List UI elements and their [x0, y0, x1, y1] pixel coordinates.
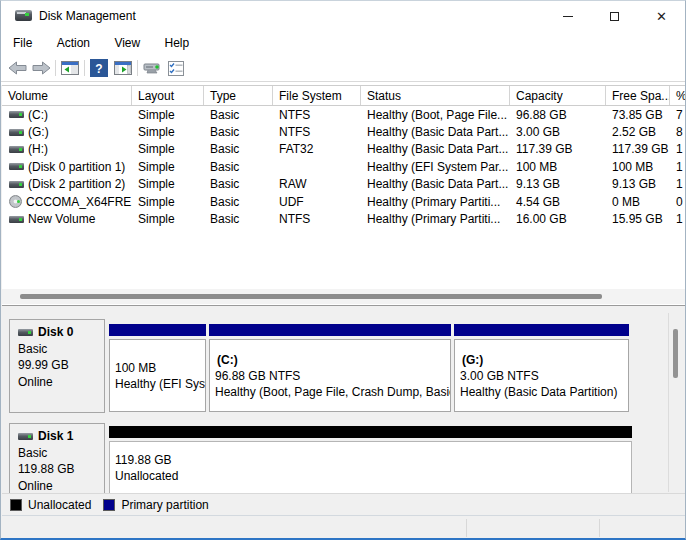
toolbar-separator — [84, 60, 85, 76]
partition-size: 96.88 GB NTFS — [215, 368, 450, 384]
capacity-cell: 9.13 GB — [510, 177, 606, 191]
partition-color-bar — [109, 324, 206, 336]
percent-free-cell: 7 — [670, 108, 686, 122]
volume-name: (Disk 0 partition 1) — [28, 160, 125, 174]
table-row[interactable]: (H:) Simple Basic FAT32 Healthy (Basic D… — [2, 141, 686, 158]
disk-status: Online — [18, 478, 104, 495]
help-icon: ? — [90, 59, 108, 77]
statusbar-divider — [466, 519, 467, 537]
view-options-button[interactable] — [165, 58, 187, 78]
device-properties-button[interactable] — [141, 58, 163, 78]
action-pane-icon — [114, 61, 132, 75]
layout-cell: Simple — [132, 108, 204, 122]
column-header-status[interactable]: Status — [361, 86, 510, 105]
volume-name: (G:) — [28, 125, 49, 139]
status-cell: Healthy (Boot, Page File... — [361, 108, 510, 122]
disk-management-app-icon — [15, 10, 32, 21]
disk-type: Basic — [18, 445, 104, 462]
disk-name: Disk 0 — [38, 324, 73, 341]
free-space-cell: 2.52 GB — [606, 125, 670, 139]
disk-size: 99.99 GB — [18, 357, 104, 374]
show-action-pane-button[interactable] — [112, 58, 134, 78]
column-header-volume[interactable]: Volume — [2, 86, 132, 105]
drive-icon — [9, 216, 24, 223]
partition-status: Healthy (Boot, Page File, Crash Dump, Ba… — [215, 384, 450, 400]
unallocated-status: Unallocated — [115, 468, 631, 484]
column-header-free-space[interactable]: Free Spa... — [606, 86, 670, 105]
capacity-cell: 96.88 GB — [510, 108, 606, 122]
status-cell: Healthy (Basic Data Part... — [361, 125, 510, 139]
layout-cell: Simple — [132, 125, 204, 139]
horizontal-scrollbar-thumb[interactable] — [20, 294, 602, 299]
menu-help[interactable]: Help — [156, 33, 199, 54]
column-header-file-system[interactable]: File System — [273, 86, 361, 105]
status-cell: Healthy (Primary Partiti... — [361, 212, 510, 226]
disk-type: Basic — [18, 341, 104, 358]
volume-name: (Disk 2 partition 2) — [28, 177, 125, 191]
graphical-view: Disk 0 Basic 99.99 GB Online 100 MB Heal… — [2, 313, 686, 493]
file-system-cell: NTFS — [273, 125, 361, 139]
maximize-button[interactable] — [591, 1, 638, 31]
column-header-layout[interactable]: Layout — [132, 86, 204, 105]
capacity-cell: 4.54 GB — [510, 195, 606, 209]
partition-c[interactable]: (C:) 96.88 GB NTFS Healthy (Boot, Page F… — [209, 324, 451, 412]
capacity-cell: 117.39 GB — [510, 142, 606, 156]
file-system-cell: UDF — [273, 195, 361, 209]
minimize-button[interactable] — [544, 1, 591, 31]
close-button[interactable]: ✕ — [638, 1, 685, 31]
volume-name: (H:) — [28, 142, 48, 156]
column-header-percent-free[interactable]: % — [670, 86, 686, 105]
column-header-capacity[interactable]: Capacity — [510, 86, 606, 105]
unallocated-region[interactable]: 119.88 GB Unallocated — [109, 426, 632, 493]
disk-management-window: Disk Management ✕ File Action View Help — [0, 0, 686, 540]
console-tree-icon — [61, 61, 79, 75]
horizontal-scrollbar[interactable] — [2, 289, 686, 304]
type-cell: Basic — [204, 160, 273, 174]
toolbar: ? — [1, 55, 685, 82]
partition-color-bar — [454, 324, 629, 336]
table-row[interactable]: New Volume Simple Basic NTFS Healthy (Pr… — [2, 210, 686, 227]
menu-view[interactable]: View — [105, 33, 149, 54]
type-cell: Basic — [204, 177, 273, 191]
menu-file[interactable]: File — [4, 33, 41, 54]
status-bar — [2, 515, 686, 539]
menu-action[interactable]: Action — [48, 33, 99, 54]
legend-bar: Unallocated Primary partition — [2, 493, 686, 515]
layout-cell: Simple — [132, 195, 204, 209]
device-icon — [143, 61, 162, 75]
layout-cell: Simple — [132, 160, 204, 174]
forward-arrow-icon — [32, 61, 51, 75]
layout-cell: Simple — [132, 142, 204, 156]
layout-cell: Simple — [132, 212, 204, 226]
menu-bar: File Action View Help — [1, 33, 685, 55]
statusbar-divider — [599, 519, 600, 537]
status-cell: Healthy (Basic Data Part... — [361, 177, 510, 191]
volume-list-header: Volume Layout Type File System Status Ca… — [2, 86, 686, 106]
partition-g[interactable]: (G:) 3.00 GB NTFS Healthy (Basic Data Pa… — [454, 324, 629, 412]
disk0-label-panel[interactable]: Disk 0 Basic 99.99 GB Online — [9, 319, 105, 413]
column-header-type[interactable]: Type — [204, 86, 273, 105]
show-console-tree-button[interactable] — [59, 58, 81, 78]
unallocated-color-bar — [109, 426, 632, 438]
table-row[interactable]: (Disk 2 partition 2) Simple Basic RAW He… — [2, 176, 686, 193]
partition-size: 3.00 GB NTFS — [460, 368, 628, 384]
help-button[interactable]: ? — [88, 58, 110, 78]
free-space-cell: 15.95 GB — [606, 212, 670, 226]
forward-button[interactable] — [30, 58, 52, 78]
percent-free-cell: 0 — [670, 195, 686, 209]
table-row[interactable]: (C:) Simple Basic NTFS Healthy (Boot, Pa… — [2, 106, 686, 123]
title-bar[interactable]: Disk Management ✕ — [1, 1, 685, 33]
table-row[interactable]: CCCOMA_X64FRE... Simple Basic UDF Health… — [2, 193, 686, 210]
vertical-scrollbar-thumb[interactable] — [673, 329, 678, 378]
partition-letter: (C:) — [215, 352, 450, 368]
back-button[interactable] — [6, 58, 28, 78]
drive-icon — [9, 129, 24, 136]
partition-efi[interactable]: 100 MB Healthy (EFI System Partition) — [109, 324, 206, 412]
table-row[interactable]: (G:) Simple Basic NTFS Healthy (Basic Da… — [2, 123, 686, 140]
partition-status: Healthy (EFI System Partition) — [115, 376, 205, 392]
capacity-cell: 16.00 GB — [510, 212, 606, 226]
status-cell: Healthy (Primary Partiti... — [361, 195, 510, 209]
table-row[interactable]: (Disk 0 partition 1) Simple Basic Health… — [2, 158, 686, 175]
disk1-label-panel[interactable]: Disk 1 Basic 119.88 GB Online — [9, 423, 105, 493]
disk-name: Disk 1 — [38, 428, 73, 445]
